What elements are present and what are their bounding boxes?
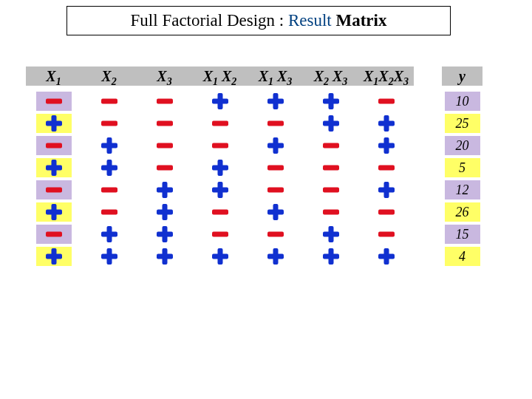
sign-cell — [36, 202, 72, 222]
column-header: X1 X3 — [248, 66, 303, 86]
column-header: X1X2X3 — [358, 66, 414, 86]
plus-icon — [44, 160, 64, 176]
minus-icon — [321, 182, 341, 198]
sign-cell — [92, 92, 127, 111]
plus-icon — [266, 204, 285, 220]
plus-icon — [266, 248, 285, 265]
plus-icon — [100, 226, 119, 242]
sign-cell — [258, 247, 293, 266]
sign-cell — [36, 114, 72, 133]
minus-icon — [211, 115, 230, 132]
minus-icon — [266, 115, 285, 132]
minus-icon — [266, 182, 285, 198]
minus-icon — [377, 160, 396, 176]
column-header: X3 — [137, 66, 192, 86]
matrix-col: X1 X3 — [248, 66, 303, 267]
minus-icon — [155, 115, 174, 132]
y-value: 4 — [445, 247, 480, 266]
matrix-col: X1X2X3 — [358, 66, 414, 267]
minus-icon — [44, 137, 64, 154]
plus-icon — [377, 248, 396, 265]
sign-cell — [202, 92, 238, 111]
sign-cell — [92, 180, 127, 200]
minus-icon — [44, 182, 64, 198]
sign-cell — [147, 202, 183, 222]
plus-icon — [100, 160, 119, 176]
matrix-col: X1 X2 — [192, 66, 248, 267]
plus-icon — [266, 137, 285, 154]
minus-icon — [211, 137, 230, 154]
result-matrix: X1X2X3X1 X2X1 X3X2 X3X1X2X3y102520512261… — [26, 66, 482, 267]
minus-icon — [377, 204, 396, 220]
sign-cell — [36, 225, 72, 244]
sign-cell — [202, 136, 238, 155]
minus-icon — [155, 137, 174, 154]
title-matrix: Matrix — [335, 11, 386, 30]
sign-cell — [313, 92, 349, 111]
matrix-col: X2 — [81, 66, 137, 267]
sign-cell — [147, 92, 183, 111]
y-value: 15 — [445, 225, 480, 244]
matrix-col: X2 X3 — [303, 66, 358, 267]
column-header: X1 — [26, 66, 81, 86]
plus-icon — [211, 160, 230, 176]
sign-cell — [92, 247, 127, 266]
sign-cell — [36, 136, 72, 155]
plus-icon — [44, 248, 64, 265]
minus-icon — [100, 182, 119, 198]
sign-cell — [202, 180, 238, 200]
plus-icon — [377, 115, 396, 132]
sign-cell — [313, 180, 349, 200]
minus-icon — [266, 160, 285, 176]
plus-icon — [155, 248, 174, 265]
plus-icon — [100, 137, 119, 154]
sign-cell — [202, 225, 238, 244]
plus-icon — [321, 115, 341, 132]
sign-cell — [202, 158, 238, 177]
minus-icon — [211, 204, 230, 220]
matrix-col: X1 — [26, 66, 81, 267]
y-value: 25 — [445, 114, 480, 133]
title-box: Full Factorial Design : Result Matrix — [66, 6, 451, 35]
sign-cell — [258, 92, 293, 111]
sign-cell — [92, 225, 127, 244]
title-result: Result — [288, 11, 336, 30]
sign-cell — [36, 158, 72, 177]
sign-cell — [147, 114, 183, 133]
plus-icon — [321, 93, 341, 109]
sign-cell — [202, 247, 238, 266]
y-value: 5 — [445, 158, 480, 177]
plus-icon — [155, 226, 174, 242]
sign-cell — [147, 158, 183, 177]
plus-icon — [377, 182, 396, 198]
sign-cell — [202, 114, 238, 133]
sign-cell — [369, 136, 404, 155]
minus-icon — [377, 226, 396, 242]
y-value: 10 — [445, 92, 480, 111]
minus-icon — [266, 226, 285, 242]
matrix-col: X3 — [137, 66, 192, 267]
minus-icon — [211, 226, 230, 242]
sign-cell — [92, 158, 127, 177]
plus-icon — [155, 182, 174, 198]
sign-cell — [92, 202, 127, 222]
sign-cell — [258, 202, 293, 222]
plus-icon — [44, 115, 64, 132]
sign-cell — [36, 180, 72, 200]
plus-icon — [211, 248, 230, 265]
sign-cell — [36, 92, 72, 111]
sign-cell — [369, 114, 404, 133]
sign-cell — [36, 247, 72, 266]
y-column: y10252051226154 — [442, 66, 482, 267]
plus-icon — [44, 204, 64, 220]
sign-cell — [369, 158, 404, 177]
sign-cell — [202, 202, 238, 222]
sign-cell — [313, 225, 349, 244]
sign-cell — [313, 136, 349, 155]
minus-icon — [100, 93, 119, 109]
plus-icon — [100, 248, 119, 265]
sign-cell — [369, 202, 404, 222]
sign-cell — [313, 247, 349, 266]
minus-icon — [321, 160, 341, 176]
sign-cell — [258, 136, 293, 155]
